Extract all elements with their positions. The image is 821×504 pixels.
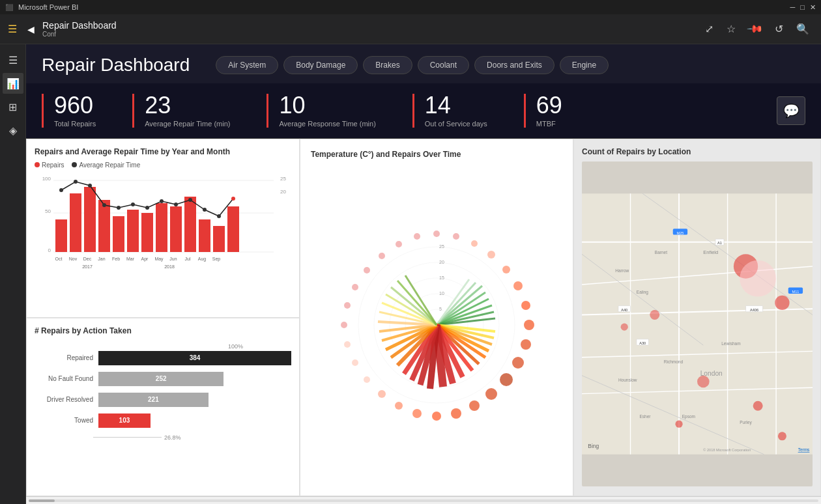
- svg-text:Epsom: Epsom: [682, 414, 695, 419]
- scrollbar-track[interactable]: [29, 499, 818, 502]
- svg-text:Esher: Esher: [640, 414, 652, 419]
- chat-button[interactable]: 💬: [777, 96, 805, 125]
- svg-text:15: 15: [439, 275, 444, 280]
- svg-point-24: [102, 203, 106, 207]
- svg-rect-20: [227, 206, 239, 252]
- map-panel: Count of Repairs by Location: [573, 139, 821, 496]
- tab-engine[interactable]: Engine: [560, 56, 609, 74]
- bookmark-icon[interactable]: ☆: [727, 23, 736, 35]
- legend-avg-repair-time: Average Repair Time: [72, 161, 140, 169]
- svg-text:Feb: Feb: [112, 257, 120, 261]
- kpi-out-of-service: 14 Out of Service days: [412, 94, 508, 128]
- svg-point-110: [378, 390, 386, 398]
- svg-text:Harrow: Harrow: [615, 268, 629, 273]
- action-bar-repaired-fill: 384: [98, 351, 291, 365]
- svg-text:Lewisham: Lewisham: [721, 341, 740, 346]
- tab-brakes[interactable]: Brakes: [363, 56, 412, 74]
- back-button[interactable]: ◀: [27, 24, 35, 35]
- map-title: Count of Repairs by Location: [582, 147, 813, 156]
- svg-point-163: [753, 401, 763, 411]
- svg-text:Aug: Aug: [198, 257, 207, 262]
- nav-subtitle: Conf: [42, 31, 117, 38]
- app-container: ☰ 📊 ⊞ ◈ Repair Dashboard Air System Body…: [0, 44, 821, 504]
- svg-rect-10: [84, 187, 96, 252]
- tab-doors-exits[interactable]: Doors and Exits: [474, 56, 555, 74]
- sidebar-icon-menu[interactable]: ☰: [3, 49, 23, 70]
- tab-air-system[interactable]: Air System: [216, 56, 278, 74]
- svg-point-118: [379, 253, 385, 259]
- scrollbar-area: [26, 496, 821, 504]
- pin-icon[interactable]: 📌: [746, 20, 764, 38]
- svg-text:A30: A30: [639, 341, 646, 345]
- sidebar-icon-apps[interactable]: ⊞: [3, 96, 23, 117]
- svg-point-105: [469, 400, 480, 411]
- action-chart-content: 100% Repaired 384 No Fault Found: [35, 341, 291, 443]
- svg-text:Nov: Nov: [69, 257, 78, 261]
- svg-point-99: [521, 301, 530, 310]
- scrollbar-thumb[interactable]: [29, 499, 55, 502]
- svg-text:10: 10: [439, 291, 444, 296]
- svg-point-33: [231, 197, 235, 201]
- tab-body-damage[interactable]: Body Damage: [283, 56, 358, 74]
- svg-point-97: [502, 266, 510, 273]
- svg-text:Purley: Purley: [740, 420, 752, 425]
- pct-bottom-row: 26.8%: [93, 434, 291, 441]
- svg-text:25: 25: [280, 176, 286, 182]
- svg-point-114: [341, 322, 347, 328]
- search-icon[interactable]: 🔍: [796, 23, 809, 35]
- window-close[interactable]: ✕: [810, 3, 816, 12]
- sidebar-icon-data[interactable]: ◈: [3, 120, 23, 141]
- svg-point-101: [521, 339, 531, 350]
- svg-text:Hounslow: Hounslow: [618, 378, 637, 382]
- kpi-avg-repair-value: 23: [145, 94, 230, 117]
- action-label-no-fault: No Fault Found: [35, 375, 93, 382]
- svg-point-109: [395, 402, 403, 410]
- tab-coolant[interactable]: Coolant: [418, 56, 469, 74]
- refresh-icon[interactable]: ↺: [775, 23, 783, 35]
- svg-text:20: 20: [280, 189, 286, 195]
- radial-chart-svg: 25 20 15 10 5 0: [332, 221, 541, 429]
- svg-text:25: 25: [439, 244, 444, 249]
- app-logo: ⬛: [5, 4, 13, 11]
- charts-area: Repairs and Average Repair Time by Year …: [26, 139, 821, 496]
- svg-point-116: [352, 284, 358, 290]
- svg-text:Enfield: Enfield: [703, 249, 718, 255]
- svg-text:A1: A1: [717, 241, 722, 245]
- svg-text:© 2018 Microsoft Corporation: © 2018 Microsoft Corporation: [703, 448, 751, 452]
- svg-point-31: [203, 208, 207, 212]
- bar-chart-visual: 100 50 0 25 20: [35, 174, 291, 275]
- window-minimize[interactable]: ─: [790, 3, 796, 11]
- bar-chart-legend: Repairs Average Repair Time: [35, 161, 291, 169]
- svg-point-104: [485, 388, 497, 400]
- svg-point-29: [174, 203, 178, 206]
- action-bar-driver: 221: [98, 393, 291, 407]
- hamburger-menu[interactable]: ☰: [8, 23, 17, 35]
- window-maximize[interactable]: □: [800, 3, 805, 11]
- expand-icon[interactable]: ⤢: [705, 23, 713, 35]
- svg-point-93: [433, 231, 440, 237]
- title-bar: ⬛ Microsoft Power BI ─ □ ✕: [0, 0, 821, 14]
- svg-text:Jan: Jan: [98, 257, 105, 261]
- action-row-repaired: Repaired 384: [35, 351, 291, 365]
- svg-line-89: [386, 294, 437, 325]
- svg-point-21: [59, 188, 63, 192]
- radial-chart-panel: Temperature (C°) and Repairs Over Time: [300, 139, 573, 496]
- sidebar-icon-reports[interactable]: 📊: [3, 73, 23, 94]
- svg-point-111: [364, 376, 370, 383]
- svg-rect-13: [127, 210, 139, 252]
- svg-text:0: 0: [48, 247, 51, 253]
- svg-point-162: [675, 421, 682, 428]
- svg-line-92: [405, 275, 437, 325]
- svg-point-158: [740, 260, 776, 297]
- svg-rect-9: [70, 193, 81, 252]
- svg-text:5: 5: [439, 307, 442, 311]
- app-name: Microsoft Power BI: [18, 3, 78, 11]
- svg-point-98: [513, 281, 523, 290]
- radial-chart-title: Temperature (C°) and Repairs Over Time: [311, 150, 562, 159]
- svg-point-119: [396, 241, 402, 247]
- bar-chart-title: Repairs and Average Repair Time by Year …: [35, 147, 291, 156]
- svg-point-27: [145, 206, 149, 210]
- svg-point-23: [88, 184, 92, 188]
- svg-text:Bing: Bing: [588, 443, 599, 449]
- action-row-driver: Driver Resolved 221: [35, 393, 291, 407]
